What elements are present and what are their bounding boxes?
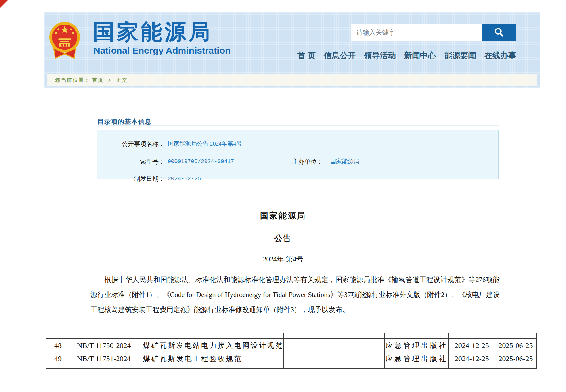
- field-label-date: 制发日期：: [97, 175, 165, 183]
- nav-item-info-disclosure[interactable]: 信息公开: [324, 50, 356, 61]
- nav-item-energy-news[interactable]: 能源要闻: [444, 50, 476, 61]
- document-subtitle: 公告: [0, 233, 566, 244]
- cell-standard-code: NB/T 11750-2024: [70, 339, 138, 352]
- cell-empty: [284, 352, 353, 365]
- table-row: 48 NB/T 11750-2024 煤矿瓦斯发电站电力接入电网设计规范 应急管…: [46, 338, 537, 352]
- field-label-index: 索引号：: [97, 158, 165, 166]
- cell-publisher: 应急管理出版社: [385, 352, 449, 365]
- cell-issue-date: 2024-12-25: [449, 352, 495, 365]
- cell-issue-date: 2024-12-25: [449, 339, 495, 352]
- search-button[interactable]: [482, 24, 516, 41]
- field-row-date: 制发日期： 2024-12-25: [97, 175, 498, 183]
- national-emblem-logo: [48, 21, 81, 61]
- nav-item-leader-activities[interactable]: 领导活动: [364, 50, 396, 61]
- cell-standard-title: 煤矿瓦斯发电工程验收规范: [138, 352, 284, 365]
- search-input[interactable]: [351, 24, 482, 41]
- site-header: 国家能源局 National Energy Administration 首 页…: [44, 12, 540, 88]
- document-paragraph: 根据中华人民共和国能源法、标准化法和能源标准化管理办法等有关规定，国家能源局批准…: [90, 272, 500, 317]
- cell-empty: [353, 352, 385, 365]
- document-number: 2024年 第4号: [0, 254, 566, 264]
- field-label-org: 主办单位：: [234, 158, 323, 166]
- page: 国家能源局 National Energy Administration 首 页…: [0, 0, 566, 392]
- cell-row-number: 48: [46, 339, 70, 352]
- site-title-en: National Energy Administration: [94, 45, 231, 56]
- corner-mark: [0, 0, 8, 8]
- table-row-partial-top: [46, 333, 537, 338]
- field-value-org: 国家能源局: [330, 158, 359, 166]
- cell-empty: [353, 339, 385, 352]
- nav-item-online-services[interactable]: 在线办事: [484, 50, 516, 61]
- info-section-heading: 目录项的基本信息: [98, 117, 151, 126]
- breadcrumb-link-current[interactable]: 正文: [116, 77, 128, 83]
- info-box: 公开事项名称： 国家能源局公告 2024年第4号 索引号： 000019705/…: [97, 130, 499, 179]
- nav-item-home[interactable]: 首 页: [297, 50, 316, 61]
- breadcrumb: 您当前位置： 首页 > 正文: [47, 74, 537, 86]
- field-label-name: 公开事项名称：: [97, 140, 165, 148]
- main-nav: 首 页 信息公开 领导活动 新闻中心 能源要闻 在线办事: [297, 50, 516, 61]
- cell-standard-title: 煤矿瓦斯发电站电力接入电网设计规范: [138, 339, 284, 352]
- breadcrumb-link-home[interactable]: 首页: [92, 77, 104, 83]
- site-title-zh: 国家能源局: [93, 18, 212, 47]
- field-value-date: 2024-12-25: [168, 176, 201, 182]
- cell-empty: [284, 339, 353, 352]
- table-row: 49 NB/T 11751-2024 煤矿瓦斯发电工程验收规范 应急管理出版社 …: [46, 352, 537, 365]
- cell-standard-code: NB/T 11751-2024: [70, 352, 138, 365]
- field-row-name: 公开事项名称： 国家能源局公告 2024年第4号: [97, 140, 498, 148]
- search-icon: [494, 27, 505, 38]
- cell-effective-date: 2025-06-25: [495, 339, 537, 352]
- field-value-index: 000019705/2024-00417: [168, 158, 234, 165]
- field-row-index: 索引号： 000019705/2024-00417 主办单位： 国家能源局: [97, 158, 498, 166]
- field-value-name: 国家能源局公告 2024年第4号: [168, 140, 242, 148]
- standards-table: 48 NB/T 11750-2024 煤矿瓦斯发电站电力接入电网设计规范 应急管…: [46, 333, 537, 369]
- document-title: 国家能源局: [0, 210, 566, 221]
- table-row-partial-bottom: [46, 365, 537, 369]
- cell-effective-date: 2025-06-25: [495, 352, 537, 365]
- heading-divider: [98, 125, 499, 126]
- cell-publisher: 应急管理出版社: [385, 339, 449, 352]
- breadcrumb-prefix: 您当前位置：: [55, 77, 90, 83]
- nav-item-news-center[interactable]: 新闻中心: [404, 50, 436, 61]
- breadcrumb-separator: >: [108, 77, 112, 83]
- cell-row-number: 49: [46, 352, 70, 365]
